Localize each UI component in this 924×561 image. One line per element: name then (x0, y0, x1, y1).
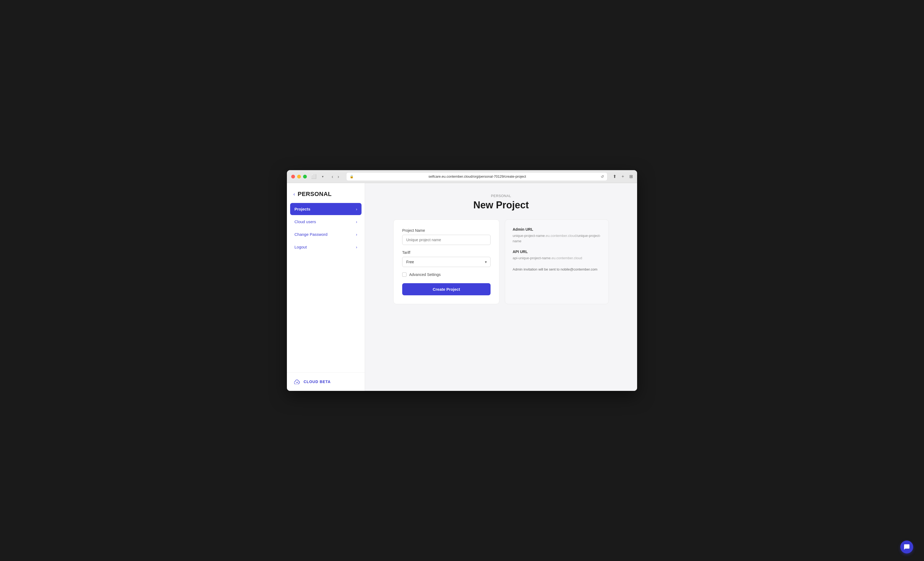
sidebar-item-logout[interactable]: Logout › (290, 241, 362, 253)
admin-url-section: Admin URL unique-project-name.eu.contemb… (513, 227, 601, 244)
tariff-label: Tariff (402, 250, 490, 255)
org-name: PERSONAL (298, 191, 332, 197)
chevron-right-icon-change-password: › (356, 232, 357, 236)
advanced-settings-label: Advanced Settings (409, 272, 441, 277)
form-card: Project Name Tariff Free Starter Pro ▾ (393, 219, 500, 304)
forward-nav-button[interactable]: › (336, 174, 341, 180)
lock-icon: 🔒 (350, 175, 354, 178)
chevron-right-icon-cloud-users: › (356, 220, 357, 224)
sidebar-nav: Projects › Cloud users › Change Password… (287, 203, 365, 372)
invitation-section: Admin invitation will be sent to nobile@… (513, 267, 601, 272)
tariff-group: Tariff Free Starter Pro ▾ (402, 250, 490, 267)
sidebar-footer: CLOUD BETA (287, 372, 365, 391)
close-button[interactable] (291, 175, 295, 178)
sidebar-item-cloud-users[interactable]: Cloud users › (290, 215, 362, 228)
sidebar-label-cloud-users: Cloud users (294, 219, 316, 224)
tariff-select[interactable]: Free Starter Pro (402, 257, 490, 267)
admin-url-title: Admin URL (513, 227, 601, 232)
project-name-label: Project Name (402, 228, 490, 233)
sidebar-item-change-password[interactable]: Change Password › (290, 228, 362, 240)
sidebar-item-projects[interactable]: Projects › (290, 203, 362, 215)
project-name-group: Project Name (402, 228, 490, 245)
minimize-button[interactable] (297, 175, 301, 178)
api-url-section: API URL api-unique-project-name.eu.conte… (513, 250, 601, 261)
title-bar: ⬜ ▾ ‹ › 🔒 selfcare.eu.contember.cloud/or… (287, 170, 637, 183)
breadcrumb: PERSONAL (376, 194, 626, 198)
back-nav-button[interactable]: ‹ (330, 174, 335, 180)
nav-buttons: ‹ › (330, 174, 341, 180)
address-bar[interactable]: 🔒 selfcare.eu.contember.cloud/org/person… (346, 172, 608, 181)
sidebar: ‹ PERSONAL Projects › Cloud users › Chan… (287, 183, 365, 391)
content-area: PERSONAL New Project Project Name Tariff… (365, 183, 637, 391)
chevron-down-icon[interactable]: ▾ (321, 174, 325, 180)
back-arrow-icon[interactable]: ‹ (293, 191, 295, 197)
page-header: PERSONAL New Project (376, 194, 626, 211)
advanced-settings-group: Advanced Settings (402, 272, 490, 277)
toolbar-right: ⬆ ＋ ⊞ (613, 174, 633, 179)
api-url-value: api-unique-project-name.eu.contember.clo… (513, 256, 601, 261)
project-name-input[interactable] (402, 235, 490, 245)
create-project-button[interactable]: Create Project (402, 283, 490, 295)
sidebar-toggle-icon[interactable]: ⬜ (310, 173, 318, 180)
page-title: New Project (376, 199, 626, 211)
sidebar-label-projects: Projects (294, 207, 310, 211)
grid-icon[interactable]: ⊞ (629, 174, 633, 179)
chevron-right-icon-projects: › (356, 207, 357, 211)
admin-url-value: unique-project-name.eu.contember.cloud/u… (513, 233, 601, 244)
share-icon[interactable]: ⬆ (613, 174, 616, 179)
traffic-lights (291, 175, 307, 178)
admin-url-prefix: unique-project-name (513, 234, 545, 238)
new-tab-icon[interactable]: ＋ (621, 174, 625, 179)
chevron-right-icon-logout: › (356, 245, 357, 249)
invitation-text: Admin invitation will be sent to nobile@… (513, 267, 601, 272)
admin-url-domain: .eu.contember.cloud/ (545, 234, 577, 238)
cloud-beta-label: CLOUD BETA (304, 380, 331, 384)
cards-container: Project Name Tariff Free Starter Pro ▾ (393, 219, 609, 304)
sidebar-label-logout: Logout (294, 245, 307, 249)
reload-icon[interactable]: ↺ (601, 174, 604, 179)
cloud-beta-icon (293, 378, 301, 386)
api-url-prefix: api-unique-project-name (513, 256, 550, 260)
sidebar-label-change-password: Change Password (294, 232, 328, 236)
main-area: ‹ PERSONAL Projects › Cloud users › Chan… (287, 183, 637, 391)
sidebar-header: ‹ PERSONAL (287, 183, 365, 203)
url-text: selfcare.eu.contember.cloud/org/personal… (356, 174, 598, 178)
api-url-title: API URL (513, 250, 601, 254)
advanced-settings-checkbox[interactable] (402, 272, 406, 277)
fullscreen-button[interactable] (303, 175, 307, 178)
info-card: Admin URL unique-project-name.eu.contemb… (505, 219, 609, 304)
tariff-select-wrapper: Free Starter Pro ▾ (402, 257, 490, 267)
api-url-domain: .eu.contember.cloud (550, 256, 582, 260)
